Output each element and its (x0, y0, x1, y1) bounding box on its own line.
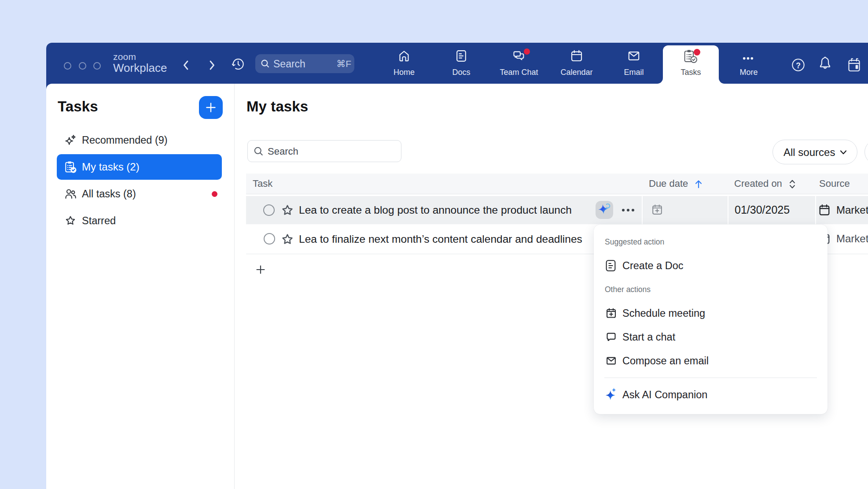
svg-text:?: ? (796, 61, 801, 70)
